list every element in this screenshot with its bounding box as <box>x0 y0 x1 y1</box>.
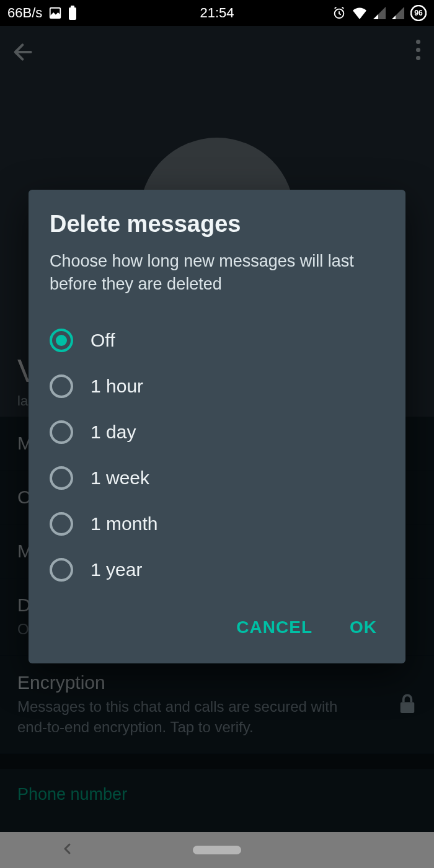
battery-pct: 96 <box>410 5 427 21</box>
option-1-week[interactable]: 1 week <box>50 455 384 501</box>
status-bar: 66B/s 21:54 96 <box>0 0 434 26</box>
option-label: Off <box>91 330 115 351</box>
dialog-subtitle: Choose how long new messages will last b… <box>50 250 384 296</box>
option-label: 1 year <box>91 559 142 580</box>
option-label: 1 hour <box>91 376 143 397</box>
dialog-title: Delete messages <box>50 211 384 237</box>
option-1-day[interactable]: 1 day <box>50 409 384 455</box>
cancel-button[interactable]: CANCEL <box>231 611 317 644</box>
radio-icon <box>50 558 73 582</box>
option-1-year[interactable]: 1 year <box>50 547 384 593</box>
option-label: 1 day <box>91 422 136 443</box>
radio-icon <box>50 374 73 398</box>
radio-icon <box>50 329 73 352</box>
dialog-options: Off 1 hour 1 day 1 week 1 month 1 year <box>50 317 384 593</box>
status-time: 21:54 <box>0 5 434 21</box>
android-nav-bar <box>0 832 434 868</box>
nav-home-pill[interactable] <box>193 846 241 854</box>
dialog-actions: CANCEL OK <box>50 593 384 655</box>
radio-icon <box>50 420 73 444</box>
option-off[interactable]: Off <box>50 317 384 363</box>
nav-back-icon[interactable] <box>60 841 75 859</box>
battery-circle-icon: 96 <box>410 5 427 21</box>
delete-messages-dialog: Delete messages Choose how long new mess… <box>29 190 405 663</box>
option-label: 1 week <box>91 467 149 489</box>
option-1-hour[interactable]: 1 hour <box>50 363 384 409</box>
radio-icon <box>50 466 73 490</box>
option-label: 1 month <box>91 513 157 534</box>
radio-icon <box>50 512 73 536</box>
ok-button[interactable]: OK <box>345 611 382 644</box>
option-1-month[interactable]: 1 month <box>50 501 384 547</box>
